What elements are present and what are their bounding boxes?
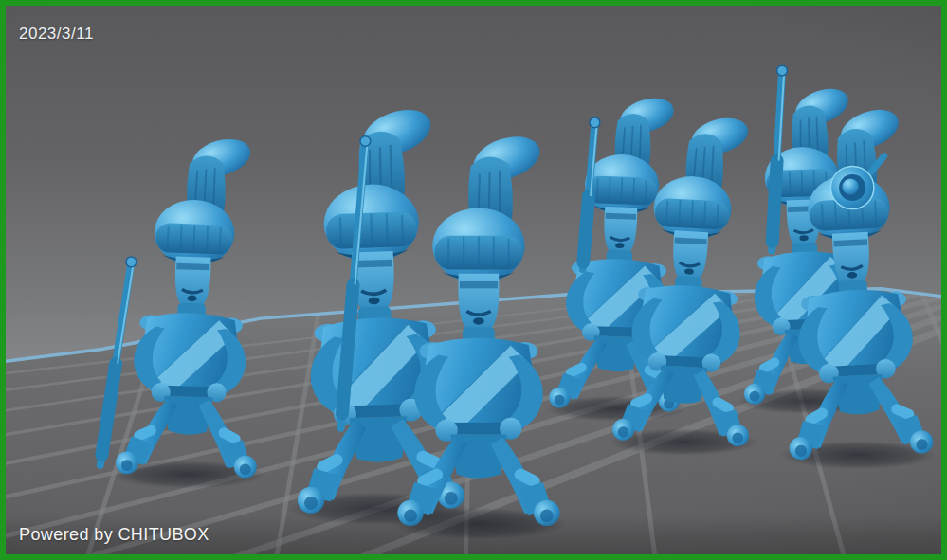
render-date-label: 2023/3/11 [19,25,94,44]
build-plate-scene [6,6,941,554]
viewport-3d[interactable]: 2023/3/11 Powered by CHITUBOX [6,6,941,554]
chitubox-watermark: Powered by CHITUBOX [19,525,209,545]
chitubox-render-window: 2023/3/11 Powered by CHITUBOX [0,0,947,560]
